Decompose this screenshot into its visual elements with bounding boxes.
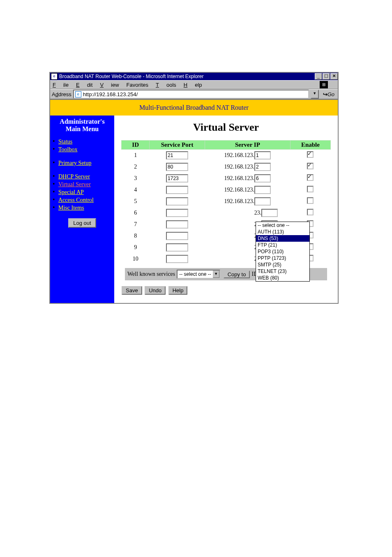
port-input-3[interactable] bbox=[166, 174, 188, 183]
page-title: Virtual Server bbox=[114, 121, 338, 134]
addressbar: Address e http://192.168.123.254/ ▼ ↪Go bbox=[50, 89, 338, 99]
th-port: Service Port bbox=[150, 141, 205, 150]
save-button[interactable]: Save bbox=[122, 286, 142, 295]
window-title: Broadband NAT Router Web-Console - Micro… bbox=[59, 74, 204, 79]
enable-checkbox-4[interactable] bbox=[307, 186, 314, 192]
ip-input-5[interactable] bbox=[254, 197, 271, 206]
wellknown-opt[interactable]: SMTP (25) bbox=[256, 261, 309, 268]
th-id: ID bbox=[122, 141, 150, 150]
sidebar-item-access-control[interactable]: Access Control bbox=[58, 197, 94, 203]
ip-input-4[interactable] bbox=[254, 186, 271, 194]
address-label: Address bbox=[52, 91, 71, 97]
go-button[interactable]: ↪Go bbox=[321, 91, 336, 97]
enable-checkbox-2[interactable] bbox=[307, 163, 314, 169]
copy-to-button[interactable]: Copy to bbox=[224, 270, 250, 278]
port-input-6[interactable] bbox=[166, 209, 188, 217]
wellknown-label: Well known services bbox=[127, 271, 175, 277]
ie-icon: e bbox=[51, 73, 58, 80]
table-row: 3 192.168.123. bbox=[122, 173, 331, 184]
page-content: Multi-Functional Broadband NAT Router Ad… bbox=[50, 99, 338, 303]
wellknown-opt-selected[interactable]: DNS (53) bbox=[256, 235, 309, 242]
chevron-down-icon: ▼ bbox=[213, 270, 219, 278]
sidebar: Administrator's Main Menu Status Toolbox… bbox=[50, 116, 114, 303]
ie-logo-icon: ⊞ bbox=[320, 81, 328, 88]
help-button[interactable]: Help bbox=[168, 286, 188, 295]
table-row: 5 192.168.123. bbox=[122, 196, 331, 207]
port-input-2[interactable] bbox=[166, 163, 188, 171]
menu-help[interactable]: Help bbox=[184, 82, 202, 88]
port-input-9[interactable] bbox=[166, 243, 188, 252]
address-url: http://192.168.123.254/ bbox=[83, 91, 138, 97]
wellknown-opt[interactable]: FTP (21) bbox=[256, 242, 309, 248]
wellknown-opt[interactable]: AUTH (113) bbox=[256, 229, 309, 235]
th-enable: Enable bbox=[290, 141, 330, 150]
logout-button[interactable]: Log out bbox=[68, 218, 96, 228]
menu-favorites[interactable]: Favorites bbox=[127, 82, 148, 88]
table-row: 1 192.168.123. bbox=[122, 150, 331, 162]
port-input-7[interactable] bbox=[166, 220, 188, 229]
banner: Multi-Functional Broadband NAT Router bbox=[50, 100, 338, 116]
wellknown-opt[interactable]: -- select one -- bbox=[256, 222, 309, 229]
wellknown-select[interactable]: -- select one -- ▼ bbox=[177, 270, 220, 279]
wellknown-opt[interactable]: POP3 (110) bbox=[256, 248, 309, 255]
enable-checkbox-6[interactable] bbox=[307, 209, 314, 215]
browser-window: e Broadband NAT Router Web-Console - Mic… bbox=[49, 72, 339, 304]
menu-file[interactable]: File bbox=[53, 82, 69, 88]
ip-input-3[interactable] bbox=[254, 174, 271, 183]
menu-tools[interactable]: Tools bbox=[156, 82, 176, 88]
maximize-button[interactable]: ☐ bbox=[323, 73, 330, 80]
page-icon: e bbox=[75, 91, 81, 97]
port-input-1[interactable] bbox=[166, 151, 188, 159]
port-input-8[interactable] bbox=[166, 232, 188, 240]
menubar: File Edit View Favorites Tools Help ⊞ bbox=[50, 80, 338, 89]
table-row: 6 23. bbox=[122, 207, 331, 219]
sidebar-item-status[interactable]: Status bbox=[58, 139, 72, 145]
undo-button[interactable]: Undo bbox=[145, 286, 166, 295]
sidebar-item-virtual-server[interactable]: Virtual Server bbox=[58, 181, 91, 187]
bottom-buttons: Save Undo Help bbox=[122, 286, 338, 295]
menu-edit[interactable]: Edit bbox=[76, 82, 92, 88]
address-input[interactable]: e http://192.168.123.254/ bbox=[73, 90, 309, 99]
close-button[interactable]: ✕ bbox=[330, 73, 338, 80]
sidebar-item-dhcp-server[interactable]: DHCP Server bbox=[58, 173, 90, 180]
menu-view[interactable]: View bbox=[100, 82, 119, 88]
address-dropdown[interactable]: ▼ bbox=[311, 90, 319, 99]
port-input-4[interactable] bbox=[166, 186, 188, 194]
enable-checkbox-1[interactable] bbox=[307, 151, 314, 158]
wellknown-opt[interactable]: PPTP (1723) bbox=[256, 255, 309, 261]
minimize-button[interactable]: _ bbox=[315, 73, 322, 80]
sidebar-title: Administrator's Main Menu bbox=[50, 116, 114, 138]
th-ip: Server IP bbox=[205, 141, 290, 150]
ip-input-1[interactable] bbox=[254, 151, 271, 159]
table-row: 4 192.168.123. bbox=[122, 184, 331, 196]
port-input-5[interactable] bbox=[166, 197, 188, 206]
enable-checkbox-5[interactable] bbox=[307, 197, 314, 204]
sidebar-item-primary-setup[interactable]: Primary Setup bbox=[58, 160, 92, 166]
wellknown-opt[interactable]: TELNET (23) bbox=[256, 268, 309, 275]
sidebar-item-toolbox[interactable]: Toolbox bbox=[58, 146, 77, 153]
wellknown-dropdown-open[interactable]: -- select one -- AUTH (113) DNS (53) FTP… bbox=[256, 222, 310, 282]
titlebar: e Broadband NAT Router Web-Console - Mic… bbox=[50, 73, 338, 80]
sidebar-item-special-ap[interactable]: Special AP bbox=[58, 189, 84, 195]
port-input-10[interactable] bbox=[166, 255, 188, 263]
ip-input-6[interactable] bbox=[261, 209, 278, 217]
enable-checkbox-3[interactable] bbox=[307, 174, 314, 181]
main-area: Virtual Server ID Service Port Server IP… bbox=[114, 116, 338, 303]
sidebar-item-misc-items[interactable]: Misc Items bbox=[58, 205, 84, 211]
table-row: 2 192.168.123. bbox=[122, 161, 331, 173]
ip-input-2[interactable] bbox=[254, 163, 271, 171]
wellknown-opt[interactable]: WEB (80) bbox=[256, 275, 309, 281]
